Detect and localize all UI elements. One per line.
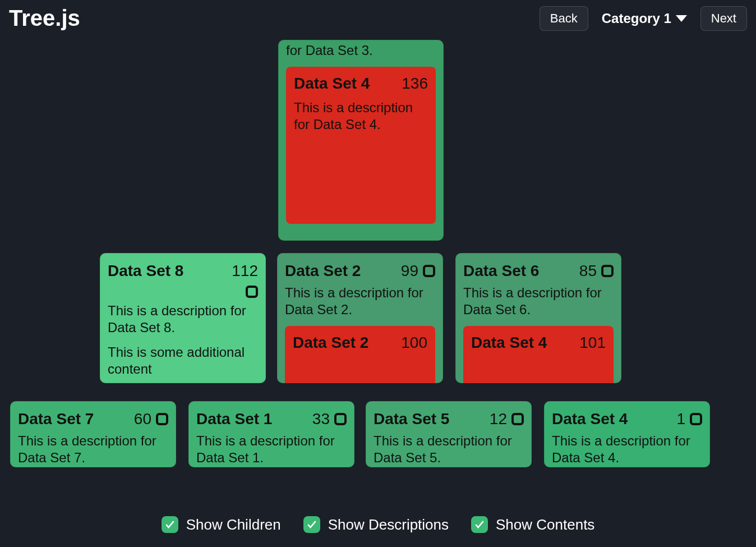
- card-ds6[interactable]: Data Set 6 85 This is a description for …: [455, 253, 621, 383]
- back-button[interactable]: Back: [540, 6, 588, 31]
- card-value: 100: [401, 334, 427, 352]
- card-title: Data Set 1: [196, 410, 272, 428]
- card-title: Data Set 5: [374, 410, 449, 428]
- category-label: Category 1: [602, 11, 671, 26]
- card-title: Data Set 2: [293, 334, 368, 352]
- root-card[interactable]: for Data Set 3. Data Set 4 136 This is a…: [278, 40, 444, 241]
- card-ds2[interactable]: Data Set 2 99 This is a description for …: [277, 253, 443, 383]
- tree-stage: for Data Set 3. Data Set 4 136 This is a…: [0, 36, 756, 474]
- card-title: Data Set 7: [18, 410, 94, 428]
- stop-icon[interactable]: [156, 413, 168, 425]
- card-title: Data Set 8: [108, 262, 183, 280]
- card-content: This is some additional content: [108, 344, 258, 378]
- checkbox-icon: [303, 516, 320, 533]
- card-description: This is a description for Data Set 4.: [552, 433, 702, 466]
- toggle-show-descriptions[interactable]: Show Descriptions: [303, 516, 449, 534]
- card-description: This is a description for Data Set 1.: [196, 433, 347, 466]
- toggle-show-contents[interactable]: Show Contents: [471, 516, 594, 534]
- card-title: Data Set 4: [294, 75, 370, 93]
- app-title: Tree.js: [9, 6, 80, 31]
- stop-icon[interactable]: [423, 265, 435, 277]
- card-value: 33: [312, 410, 347, 428]
- card-title: Data Set 2: [285, 262, 361, 280]
- card-ds1[interactable]: Data Set 1 33 This is a description for …: [188, 401, 354, 467]
- card-title: Data Set 6: [463, 262, 539, 280]
- chevron-down-icon: [676, 15, 687, 22]
- child-card[interactable]: Data Set 4 136 This is a description for…: [286, 67, 436, 224]
- card-value: 101: [579, 334, 606, 352]
- card-description: This is a description for Data Set 8.: [108, 302, 258, 336]
- toggle-label: Show Contents: [496, 516, 594, 534]
- checkbox-icon: [162, 516, 178, 533]
- card-value: 136: [402, 75, 428, 93]
- header-controls: Back Category 1 Next: [540, 6, 747, 31]
- card-description: This is a description for Data Set 2.: [285, 284, 435, 318]
- card-value: 112: [232, 262, 258, 298]
- stop-icon[interactable]: [511, 413, 524, 425]
- stop-icon[interactable]: [690, 413, 702, 425]
- card-description: for Data Set 3.: [286, 40, 436, 59]
- card-title: Data Set 4: [471, 334, 547, 352]
- child-card[interactable]: Data Set 2 100: [285, 326, 435, 383]
- footer-toggles: Show Children Show Descriptions Show Con…: [0, 502, 756, 547]
- category-dropdown[interactable]: Category 1: [594, 7, 695, 30]
- card-ds8[interactable]: Data Set 8 112 This is a description for…: [100, 253, 266, 383]
- card-value: 12: [490, 410, 524, 428]
- toggle-show-children[interactable]: Show Children: [162, 516, 281, 534]
- card-value: 1: [676, 410, 702, 428]
- checkbox-icon: [471, 516, 488, 533]
- card-value: 60: [134, 410, 168, 428]
- header: Tree.js Back Category 1 Next: [0, 0, 756, 36]
- card-ds4[interactable]: Data Set 4 1 This is a description for D…: [544, 401, 710, 467]
- child-card[interactable]: Data Set 4 101: [463, 326, 614, 383]
- card-description: This is a description for Data Set 6.: [463, 284, 614, 318]
- stop-icon[interactable]: [246, 286, 258, 298]
- toggle-label: Show Children: [186, 516, 281, 534]
- stop-icon[interactable]: [334, 413, 347, 425]
- card-description: This is a description for Data Set 7.: [18, 433, 168, 466]
- card-value: 99: [401, 262, 435, 280]
- card-head: Data Set 4 136: [294, 75, 428, 93]
- card-description: This is a description for Data Set 4.: [294, 97, 428, 133]
- card-ds7[interactable]: Data Set 7 60 This is a description for …: [10, 401, 176, 467]
- toggle-label: Show Descriptions: [328, 516, 449, 534]
- stop-icon[interactable]: [601, 265, 614, 277]
- card-title: Data Set 4: [552, 410, 628, 428]
- next-button[interactable]: Next: [700, 6, 747, 31]
- card-ds5[interactable]: Data Set 5 12 This is a description for …: [366, 401, 532, 467]
- card-description: This is a description for Data Set 5.: [374, 433, 524, 466]
- card-value: 85: [579, 262, 614, 280]
